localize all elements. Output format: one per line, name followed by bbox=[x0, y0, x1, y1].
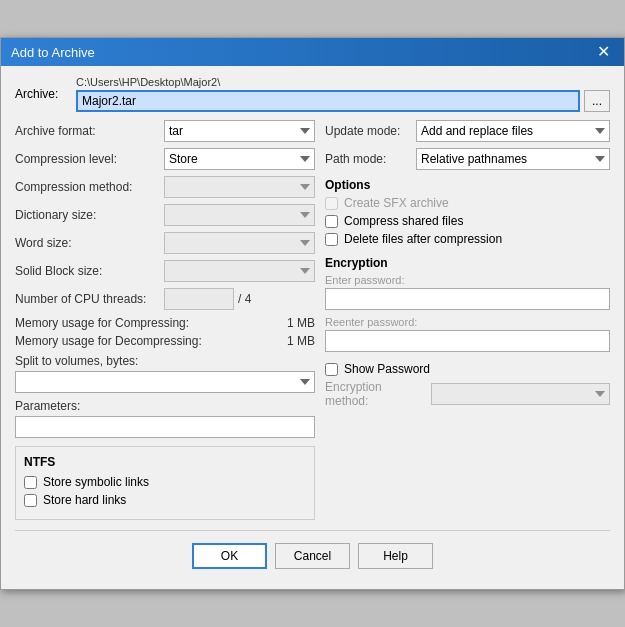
archive-row: Archive: C:\Users\HP\Desktop\Major2\ ... bbox=[15, 76, 610, 112]
ok-button[interactable]: OK bbox=[192, 543, 267, 569]
main-content: Archive format: tar Compression level: S… bbox=[15, 120, 610, 520]
word-size-label: Word size: bbox=[15, 236, 160, 250]
solid-block-row: Solid Block size: bbox=[15, 260, 315, 282]
memory-decompress-row: Memory usage for Decompressing: 1 MB bbox=[15, 334, 315, 348]
ntfs-title: NTFS bbox=[24, 455, 306, 469]
store-symlinks-checkbox[interactable] bbox=[24, 476, 37, 489]
store-symlinks-row: Store symbolic links bbox=[24, 475, 306, 489]
update-mode-label: Update mode: bbox=[325, 124, 410, 138]
archive-label: Archive: bbox=[15, 87, 70, 101]
compression-method-select[interactable] bbox=[164, 176, 315, 198]
compression-level-row: Compression level: Store bbox=[15, 148, 315, 170]
format-select[interactable]: tar bbox=[164, 120, 315, 142]
memory-decompress-value: 1 MB bbox=[287, 334, 315, 348]
solid-block-select[interactable] bbox=[164, 260, 315, 282]
help-button[interactable]: Help bbox=[358, 543, 433, 569]
store-hardlinks-checkbox[interactable] bbox=[24, 494, 37, 507]
memory-decompress-label: Memory usage for Decompressing: bbox=[15, 334, 202, 348]
close-button[interactable]: ✕ bbox=[593, 44, 614, 60]
params-label: Parameters: bbox=[15, 399, 315, 413]
memory-compress-row: Memory usage for Compressing: 1 MB bbox=[15, 316, 315, 330]
show-password-row: Show Password bbox=[325, 362, 610, 376]
encryption-section: Encryption Enter password: Reenter passw… bbox=[325, 256, 610, 408]
word-size-select[interactable] bbox=[164, 232, 315, 254]
params-section: Parameters: bbox=[15, 399, 315, 438]
encryption-title: Encryption bbox=[325, 256, 610, 270]
compress-shared-row: Compress shared files bbox=[325, 214, 610, 228]
dialog-body: Archive: C:\Users\HP\Desktop\Major2\ ...… bbox=[1, 66, 624, 589]
options-title: Options bbox=[325, 178, 610, 192]
format-row: Archive format: tar bbox=[15, 120, 315, 142]
split-section: Split to volumes, bytes: bbox=[15, 354, 315, 393]
dictionary-size-row: Dictionary size: bbox=[15, 204, 315, 226]
word-size-row: Word size: bbox=[15, 232, 315, 254]
path-mode-select[interactable]: Relative pathnames bbox=[416, 148, 610, 170]
bottom-buttons: OK Cancel Help bbox=[15, 530, 610, 579]
store-symlinks-label: Store symbolic links bbox=[43, 475, 149, 489]
encryption-method-row: Encryption method: bbox=[325, 380, 610, 408]
memory-compress-label: Memory usage for Compressing: bbox=[15, 316, 189, 330]
dialog-title: Add to Archive bbox=[11, 45, 95, 60]
cancel-button[interactable]: Cancel bbox=[275, 543, 350, 569]
enter-password-label: Enter password: bbox=[325, 274, 610, 286]
cpu-row: Number of CPU threads: / 4 bbox=[15, 288, 315, 310]
path-mode-label: Path mode: bbox=[325, 152, 410, 166]
store-hardlinks-label: Store hard links bbox=[43, 493, 126, 507]
compress-shared-checkbox[interactable] bbox=[325, 215, 338, 228]
compression-level-select[interactable]: Store bbox=[164, 148, 315, 170]
title-bar: Add to Archive ✕ bbox=[1, 38, 624, 66]
compression-method-row: Compression method: bbox=[15, 176, 315, 198]
show-password-checkbox[interactable] bbox=[325, 363, 338, 376]
options-section: Options Create SFX archive Compress shar… bbox=[325, 178, 610, 246]
reenter-password-input[interactable] bbox=[325, 330, 610, 352]
cpu-total: / 4 bbox=[238, 292, 251, 306]
ntfs-box: NTFS Store symbolic links Store hard lin… bbox=[15, 446, 315, 520]
right-panel: Update mode: Add and replace files Path … bbox=[325, 120, 610, 520]
split-select[interactable] bbox=[15, 371, 315, 393]
show-password-label: Show Password bbox=[344, 362, 430, 376]
compress-shared-label: Compress shared files bbox=[344, 214, 463, 228]
enter-password-input[interactable] bbox=[325, 288, 610, 310]
archive-input-row: ... bbox=[76, 90, 610, 112]
left-panel: Archive format: tar Compression level: S… bbox=[15, 120, 315, 520]
archive-filename-input[interactable] bbox=[76, 90, 580, 112]
delete-files-label: Delete files after compression bbox=[344, 232, 502, 246]
archive-path: C:\Users\HP\Desktop\Major2\ bbox=[76, 76, 610, 88]
cpu-select bbox=[164, 288, 234, 310]
encryption-method-label: Encryption method: bbox=[325, 380, 425, 408]
add-to-archive-dialog: Add to Archive ✕ Archive: C:\Users\HP\De… bbox=[0, 37, 625, 590]
format-label: Archive format: bbox=[15, 124, 160, 138]
update-mode-select[interactable]: Add and replace files bbox=[416, 120, 610, 142]
create-sfx-row: Create SFX archive bbox=[325, 196, 610, 210]
compression-method-label: Compression method: bbox=[15, 180, 160, 194]
solid-block-label: Solid Block size: bbox=[15, 264, 160, 278]
delete-files-row: Delete files after compression bbox=[325, 232, 610, 246]
dictionary-size-label: Dictionary size: bbox=[15, 208, 160, 222]
delete-files-checkbox[interactable] bbox=[325, 233, 338, 246]
compression-level-label: Compression level: bbox=[15, 152, 160, 166]
cpu-label: Number of CPU threads: bbox=[15, 292, 160, 306]
params-input[interactable] bbox=[15, 416, 315, 438]
create-sfx-checkbox[interactable] bbox=[325, 197, 338, 210]
split-label: Split to volumes, bytes: bbox=[15, 354, 315, 368]
reenter-password-label: Reenter password: bbox=[325, 316, 610, 328]
update-mode-row: Update mode: Add and replace files bbox=[325, 120, 610, 142]
dictionary-size-select[interactable] bbox=[164, 204, 315, 226]
archive-column: C:\Users\HP\Desktop\Major2\ ... bbox=[76, 76, 610, 112]
path-mode-row: Path mode: Relative pathnames bbox=[325, 148, 610, 170]
store-hardlinks-row: Store hard links bbox=[24, 493, 306, 507]
browse-button[interactable]: ... bbox=[584, 90, 610, 112]
memory-compress-value: 1 MB bbox=[287, 316, 315, 330]
create-sfx-label: Create SFX archive bbox=[344, 196, 449, 210]
encryption-method-select bbox=[431, 383, 610, 405]
